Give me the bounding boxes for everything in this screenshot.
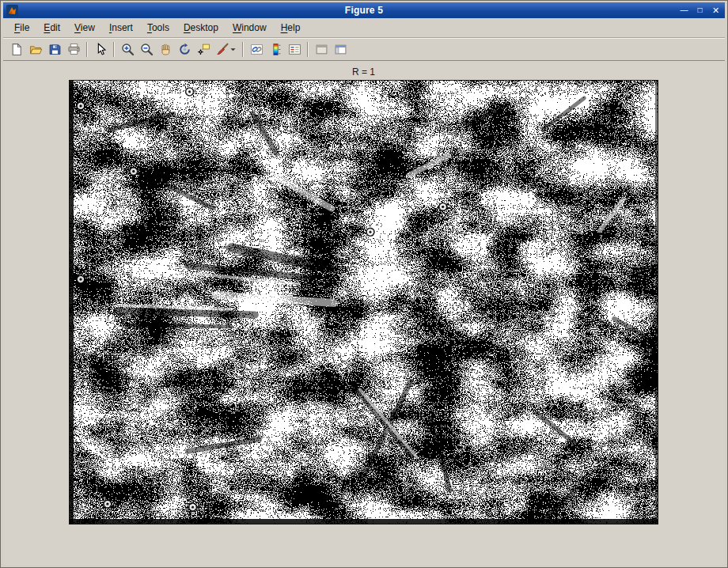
show-plot-tools-dock-icon (334, 43, 347, 56)
open-file-icon (29, 43, 43, 56)
toolbar-separator (242, 42, 244, 57)
axes-title: R = 1 (69, 66, 658, 78)
save-figure-button[interactable] (45, 40, 64, 59)
pan-icon (159, 43, 173, 56)
insert-colorbar-icon (269, 43, 282, 56)
toolbar-separator (307, 42, 309, 57)
matlab-icon (6, 5, 18, 17)
menu-view[interactable]: View (67, 20, 102, 36)
insert-legend-icon (288, 43, 301, 56)
maximize-button[interactable]: □ (694, 5, 706, 17)
window-controls: — □ ✕ (678, 5, 722, 17)
menu-tools[interactable]: Tools (140, 20, 176, 36)
hide-plot-tools-button[interactable] (312, 40, 331, 59)
menu-desktop[interactable]: Desktop (176, 20, 226, 36)
menu-insert[interactable]: Insert (102, 20, 140, 36)
insert-legend-button[interactable] (285, 40, 304, 59)
toolbar-separator (86, 42, 88, 57)
menu-file[interactable]: File (7, 20, 36, 36)
show-plot-tools-dock-button[interactable] (331, 40, 350, 59)
axes-image[interactable] (69, 80, 658, 524)
close-button[interactable]: ✕ (710, 5, 722, 17)
link-plot-icon (250, 43, 264, 56)
save-figure-icon (48, 43, 62, 56)
figure-window: Figure 5 — □ ✕ File Edit View Insert Too… (0, 0, 728, 568)
chevron-down-icon (230, 47, 236, 52)
hide-plot-tools-icon (315, 43, 328, 56)
zoom-out-icon (140, 43, 154, 56)
print-figure-button[interactable] (64, 40, 83, 59)
brush-icon (216, 43, 229, 56)
menu-edit[interactable]: Edit (36, 20, 67, 36)
rotate-3d-icon (178, 43, 191, 56)
menu-window[interactable]: Window (226, 20, 274, 36)
edit-plot-button[interactable] (91, 40, 110, 59)
insert-colorbar-button[interactable] (266, 40, 285, 59)
edit-plot-icon (94, 43, 108, 56)
minimize-button[interactable]: — (678, 5, 690, 17)
window-title: Figure 5 (3, 5, 725, 16)
menu-help[interactable]: Help (274, 20, 308, 36)
menubar: File Edit View Insert Tools Desktop Wind… (3, 18, 725, 38)
noise-image (70, 81, 658, 524)
titlebar[interactable]: Figure 5 — □ ✕ (3, 2, 725, 18)
new-figure-button[interactable] (7, 40, 26, 59)
zoom-in-button[interactable] (118, 40, 137, 59)
zoom-out-button[interactable] (137, 40, 156, 59)
link-plot-button[interactable] (247, 40, 266, 59)
zoom-in-icon (121, 43, 135, 56)
toolbar-separator (113, 42, 115, 57)
new-figure-icon (10, 43, 24, 56)
figure-canvas: R = 1 (3, 61, 725, 565)
figure-toolbar (3, 38, 725, 61)
pan-button[interactable] (156, 40, 175, 59)
data-cursor-icon (197, 43, 210, 56)
brush-button[interactable] (213, 40, 239, 59)
data-cursor-button[interactable] (194, 40, 213, 59)
rotate-3d-button[interactable] (175, 40, 194, 59)
open-file-button[interactable] (26, 40, 45, 59)
print-figure-icon (67, 43, 81, 56)
